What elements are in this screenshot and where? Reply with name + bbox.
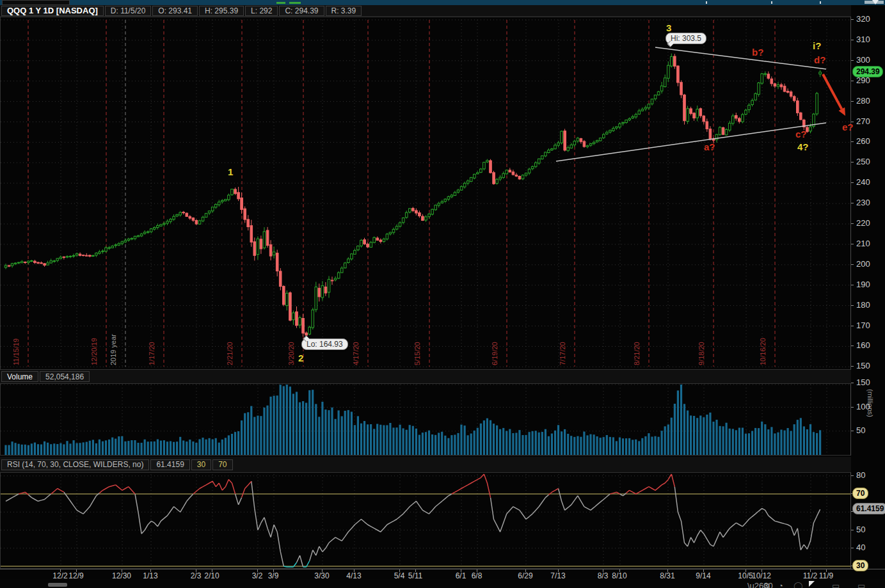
expiry-line-label: 9/18/20 — [698, 342, 705, 365]
top-symbol-input[interactable] — [2, 0, 70, 5]
price-150-label: 150 — [856, 361, 870, 370]
wave-label-3[interactable]: 3 — [666, 22, 671, 33]
wave-label-1[interactable]: 1 — [228, 166, 233, 177]
price-170-tick — [851, 326, 854, 326]
trading-chart-window: QQQ 1 Y 1D [NASDAQ] D: 11/5/20O: 293.41H… — [0, 0, 885, 588]
gear-icon[interactable]: ⚙ — [763, 581, 770, 588]
price-240-label: 240 — [856, 177, 870, 187]
time-label-6-8: 6/8 — [464, 571, 490, 580]
ohlc-fields: D: 11/5/20O: 293.41H: 295.39L: 292C: 294… — [105, 6, 363, 16]
volume-chart-canvas[interactable] — [0, 383, 851, 456]
expiry-line-label: 3/20/20 — [287, 342, 295, 365]
top-toolbar-mark — [706, 1, 707, 4]
wave-label-a[interactable]: a? — [704, 141, 715, 152]
volume-header: Volume 52,054,186 — [0, 370, 851, 383]
price-axis[interactable]: (millions) 32031030029028027026025024023… — [851, 5, 885, 580]
price-210-label: 210 — [856, 239, 870, 248]
price-260-label: 260 — [856, 136, 870, 146]
price-170-label: 170 — [856, 321, 870, 330]
time-label-4-13: 4/13 — [341, 571, 367, 580]
time-label-12-30: 12/30 — [109, 571, 134, 580]
rsi-60-label: 60 — [856, 506, 865, 516]
expiry-line-label: 1/17/20 — [148, 342, 155, 365]
expiry-line-label: 10/16/20 — [759, 338, 767, 365]
rsi-50-label: 50 — [856, 525, 865, 534]
rsi-80-label: 80 — [856, 470, 865, 480]
rsi-header: RSI (14, 70, 30, CLOSE, WILDERS, no) 61.… — [0, 457, 851, 472]
time-label-9-14: 9/14 — [690, 571, 716, 580]
price-320-tick — [851, 19, 854, 20]
ohlc-field-L: L: 292 — [245, 6, 278, 16]
volume-150-tick — [851, 383, 854, 383]
chart-header: QQQ 1 Y 1D [NASDAQ] D: 11/5/20O: 293.41H… — [0, 5, 851, 17]
price-chart-canvas[interactable]: 11/15/1912/20/191/17/202/21/203/20/204/1… — [0, 17, 851, 370]
rsi-30-tick — [851, 566, 854, 566]
expiry-line-label: 7/17/20 — [559, 342, 566, 365]
clock-icon[interactable]: ◔ — [778, 581, 783, 588]
rsi-50-tick — [851, 530, 854, 530]
time-label-8-31: 8/31 — [655, 571, 680, 580]
clipped-label: ▭ — [832, 581, 840, 588]
price-250-tick — [851, 162, 854, 163]
price-160-tick — [851, 346, 854, 346]
top-green-quote-text2 — [289, 2, 301, 4]
ohlc-field-D: D: 11/5/20 — [105, 6, 151, 16]
rsi-chart-canvas[interactable] — [0, 472, 851, 569]
price-240-tick — [851, 182, 854, 183]
circle-icon[interactable]: ◯ — [793, 581, 803, 588]
ohlc-field-C: C: 294.39 — [279, 6, 324, 16]
price-310-tick — [851, 40, 854, 40]
volume-value: 52,054,186 — [40, 371, 90, 382]
time-axis[interactable]: 12/212/912/301/132/32/103/23/93/304/135/… — [0, 569, 885, 580]
price-chart-svg — [1, 17, 850, 369]
price-290-label: 290 — [856, 75, 870, 85]
rsi-param-high: 70 — [212, 459, 232, 470]
wave-label-d[interactable]: d? — [814, 54, 825, 65]
expiry-line-label: 11/15/19 — [12, 338, 20, 365]
time-label-1-13: 1/13 — [138, 571, 163, 580]
cursor-icon[interactable] — [809, 581, 815, 587]
rsi-value: 61.4159 — [150, 459, 189, 470]
wave-label-b[interactable]: b? — [752, 47, 763, 58]
rsi-title: RSI (14, 70, 30, CLOSE, WILDERS, no) — [1, 459, 149, 470]
trendline-upper[interactable] — [655, 47, 826, 69]
time-label-3-30: 3/30 — [309, 571, 335, 580]
volume-150-label: 150 — [856, 377, 870, 387]
top-green-quote-text — [276, 2, 285, 4]
price-310-label: 310 — [856, 35, 870, 44]
wave-label-2[interactable]: 2 — [298, 353, 303, 363]
time-label-11-9: 11/9 — [813, 571, 839, 580]
symbol-title: QQQ 1 Y 1D [NASDAQ] — [1, 6, 104, 16]
expiry-line-label: 12/20/19 — [90, 338, 98, 365]
price-190-tick — [851, 285, 854, 285]
time-label-12-9: 12/9 — [63, 571, 89, 580]
horizontal-scrollbar-thumb[interactable] — [48, 583, 67, 587]
volume-50-tick — [851, 431, 854, 431]
wave-label-e[interactable]: e? — [842, 122, 854, 132]
time-label-2-10: 2/10 — [199, 571, 225, 580]
wave-label-i[interactable]: i? — [813, 40, 821, 51]
time-label-6-29: 6/29 — [513, 571, 538, 580]
volume-50-label: 50 — [856, 425, 865, 435]
price-270-label: 270 — [856, 116, 870, 126]
price-150-tick — [851, 366, 854, 367]
expiry-line-label: 2/21/20 — [226, 342, 234, 365]
ohlc-field-H: H: 295.39 — [199, 6, 244, 16]
top-dropdown-arrow-icon[interactable] — [872, 0, 879, 4]
wave-label-c[interactable]: c? — [795, 129, 807, 139]
expiry-line-label: 8/21/20 — [633, 342, 641, 365]
price-200-tick — [851, 264, 854, 265]
wave-label-4[interactable]: 4? — [797, 141, 809, 152]
price-300-label: 300 — [856, 55, 870, 65]
price-250-label: 250 — [856, 157, 870, 166]
top-clipped-toolbar — [0, 0, 885, 5]
projection-arrow[interactable] — [823, 74, 841, 109]
rsi-70-tick — [851, 493, 854, 494]
price-290-tick — [851, 81, 854, 81]
volume-chart-svg — [1, 384, 850, 455]
price-220-label: 220 — [856, 218, 870, 228]
top-toolbar-mark3 — [820, 1, 821, 4]
price-210-tick — [851, 244, 854, 244]
price-280-tick — [851, 101, 854, 102]
rsi-40-label: 40 — [856, 543, 865, 552]
